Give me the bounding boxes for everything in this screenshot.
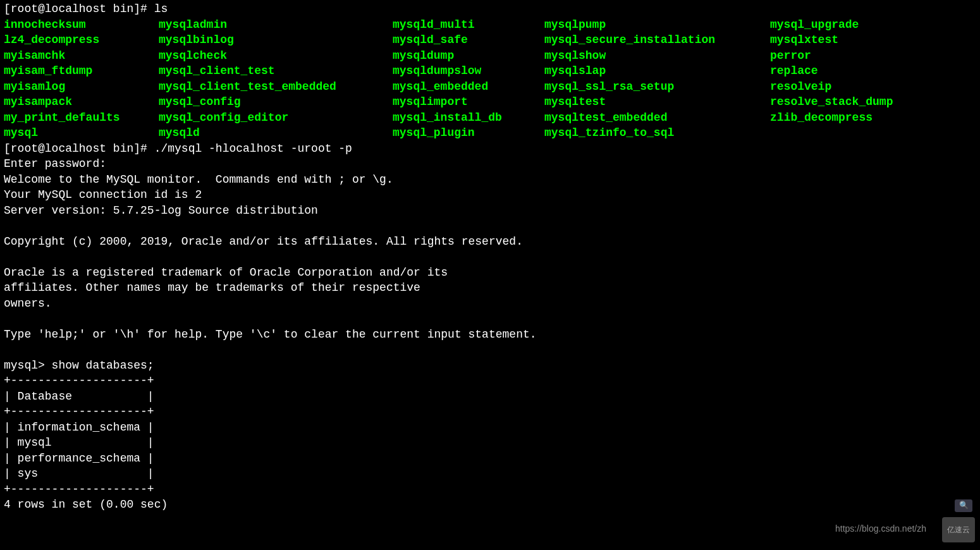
ls-item: zlib_decompress xyxy=(770,110,893,126)
terminal-line: +--------------------+ xyxy=(4,404,976,420)
terminal-line: owners. xyxy=(4,296,976,312)
terminal-line: Copyright (c) 2000, 2019, Oracle and/or … xyxy=(4,234,976,250)
terminal-line: Oracle is a registered trademark of Orac… xyxy=(4,265,976,281)
terminal-line: +--------------------+ xyxy=(4,373,976,389)
terminal-line: Server version: 5.7.25-log Source distri… xyxy=(4,203,976,219)
ls-item: mysql_config xyxy=(159,94,393,110)
ls-item: mysqldumpslow xyxy=(393,63,544,79)
ls-item: mysql_config_editor xyxy=(159,110,393,126)
ls-item: mysqlshow xyxy=(544,48,770,64)
ls-item: mysqlimport xyxy=(393,94,544,110)
watermark-logo: 亿速云 xyxy=(942,517,975,543)
ls-item: myisam_ftdump xyxy=(4,63,159,79)
ls-item: mysqladmin xyxy=(159,17,393,33)
ls-item: mysql_plugin xyxy=(393,125,544,141)
ls-item: replace xyxy=(770,63,893,79)
terminal-line: Welcome to the MySQL monitor. Commands e… xyxy=(4,172,976,188)
ls-item: myisamchk xyxy=(4,48,159,64)
ls-col-0: innochecksum lz4_decompress myisamchk my… xyxy=(4,17,159,141)
ls-item: mysqlpump xyxy=(544,17,770,33)
ls-item: mysqlbinlog xyxy=(159,32,393,48)
ls-item: mysql_secure_installation xyxy=(544,32,770,48)
ls-item: resolveip xyxy=(770,79,893,95)
watermark-url: https://blog.csdn.net/zh xyxy=(835,521,926,537)
terminal-line: | Database | xyxy=(4,389,976,405)
ls-item: mysql_embedded xyxy=(393,79,544,95)
ls-col-4: mysql_upgrade mysqlxtest perror replace … xyxy=(770,17,893,141)
ls-item: lz4_decompress xyxy=(4,32,159,48)
ls-item: mysql_install_db xyxy=(393,110,544,126)
terminal-line: Your MySQL connection id is 2 xyxy=(4,187,976,203)
ls-item: mysqld_safe xyxy=(393,32,544,48)
ls-item: mysqltest_embedded xyxy=(544,110,770,126)
terminal-line: +--------------------+ xyxy=(4,482,976,498)
ls-col-2: mysqld_multi mysqld_safe mysqldump mysql… xyxy=(393,17,544,141)
terminal-line: 4 rows in set (0.00 sec) xyxy=(4,497,976,513)
ls-item: myisamlog xyxy=(4,79,159,95)
ls-item: myisampack xyxy=(4,94,159,110)
ls-item: resolve_stack_dump xyxy=(770,94,893,110)
terminal-output-block: Enter password:Welcome to the MySQL moni… xyxy=(4,156,976,513)
terminal-line: | information_schema | xyxy=(4,420,976,436)
ls-output-grid: innochecksum lz4_decompress myisamchk my… xyxy=(4,17,976,141)
terminal-line: | mysql | xyxy=(4,435,976,451)
ls-item: mysqld_multi xyxy=(393,17,544,33)
terminal-line: affiliates. Other names may be trademark… xyxy=(4,280,976,296)
ls-item: mysql_ssl_rsa_setup xyxy=(544,79,770,95)
ls-item: mysqlslap xyxy=(544,63,770,79)
ls-item: mysqltest xyxy=(544,94,770,110)
ls-item: mysqlxtest xyxy=(770,32,893,48)
terminal-line: Type 'help;' or '\h' for help. Type '\c'… xyxy=(4,327,976,343)
ls-item: mysql_tzinfo_to_sql xyxy=(544,125,770,141)
terminal-line: | performance_schema | xyxy=(4,451,976,467)
ls-item: perror xyxy=(770,48,893,64)
terminal-line: mysql> show databases; xyxy=(4,358,976,374)
magnifier-icon[interactable]: 🔍 xyxy=(955,499,972,512)
ls-col-3: mysqlpump mysql_secure_installation mysq… xyxy=(544,17,770,141)
ls-item: mysql xyxy=(4,125,159,141)
ls-col-1: mysqladmin mysqlbinlog mysqlcheck mysql_… xyxy=(159,17,393,141)
ls-item: mysqld xyxy=(159,125,393,141)
shell-prompt-mysql[interactable]: [root@localhost bin]# ./mysql -hlocalhos… xyxy=(4,141,976,157)
ls-item: mysql_client_test_embedded xyxy=(159,79,393,95)
terminal-line: Enter password: xyxy=(4,156,976,172)
ls-item: innochecksum xyxy=(4,17,159,33)
ls-item: my_print_defaults xyxy=(4,110,159,126)
ls-item: mysql_upgrade xyxy=(770,17,893,33)
ls-item: mysql_client_test xyxy=(159,63,393,79)
ls-item: mysqlcheck xyxy=(159,48,393,64)
terminal-line: | sys | xyxy=(4,466,976,482)
shell-prompt-ls[interactable]: [root@localhost bin]# ls xyxy=(4,1,976,17)
ls-item: mysqldump xyxy=(393,48,544,64)
